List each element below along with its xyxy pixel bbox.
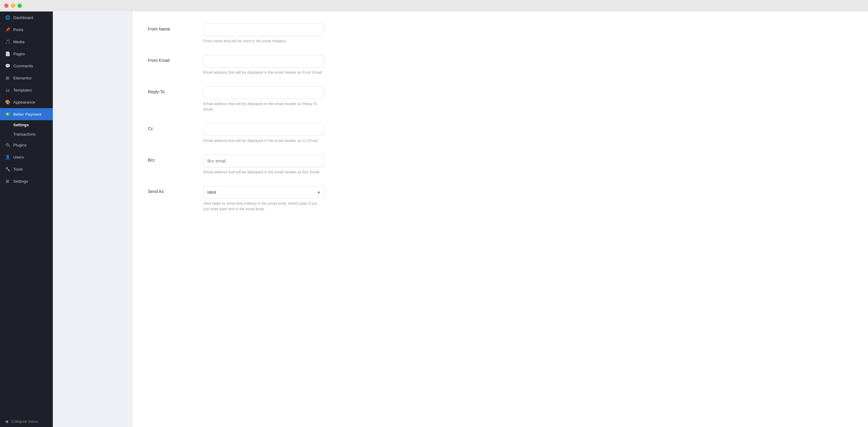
sidebar-item-tools[interactable]: 🔧 Tools	[0, 163, 53, 175]
sidebar-sub-item-transactions[interactable]: Transactions	[0, 129, 53, 139]
app-layout: 🌐 Dashboard 📌 Posts 🎵 Media 📄 Pages 💬 Co…	[0, 11, 868, 427]
sidebar-item-label: Appearance	[13, 100, 35, 104]
sidebar-item-dashboard[interactable]: 🌐 Dashboard	[0, 11, 53, 24]
cc-hint: Email address that will be displayed in …	[204, 138, 324, 144]
sidebar-item-label: Tools	[13, 167, 23, 172]
from-name-input[interactable]	[204, 24, 324, 36]
content-area: From Name From name that will be used in…	[53, 11, 868, 427]
posts-icon: 📌	[5, 27, 10, 32]
send-as-hint: Html helps to send html markup in the em…	[204, 201, 324, 212]
appearance-icon: 🎨	[5, 99, 10, 105]
sidebar-item-better-payment[interactable]: 💵 Better Payment	[0, 108, 53, 120]
sidebar-item-label: Media	[13, 39, 25, 44]
from-email-hint: Email address that will be displayed in …	[204, 70, 324, 75]
sidebar-item-label: Templates	[13, 88, 32, 92]
send-as-wrap: Html Plain Html helps to send html marku…	[204, 186, 324, 212]
sidebar-item-comments[interactable]: 💬 Comments	[0, 60, 53, 72]
cc-input[interactable]	[204, 123, 324, 136]
sidebar-item-pages[interactable]: 📄 Pages	[0, 48, 53, 60]
titlebar	[0, 0, 868, 11]
templates-icon: 🗂	[5, 87, 10, 93]
left-panel	[53, 11, 133, 427]
main-content: From Name From name that will be used in…	[133, 11, 868, 427]
close-button[interactable]	[4, 4, 8, 8]
reply-to-label: Reply-To	[148, 86, 196, 94]
form-row-bcc: Bcc Email address that will be displayed…	[148, 155, 853, 175]
reply-to-input[interactable]	[204, 86, 324, 99]
reply-to-hint: Email address that will be displayed in …	[204, 101, 324, 113]
from-email-input[interactable]	[204, 55, 324, 68]
sidebar-sub-item-settings[interactable]: Settings	[0, 120, 53, 129]
users-icon: 👤	[5, 154, 10, 160]
reply-to-wrap: Email address that will be displayed in …	[204, 86, 324, 113]
collapse-menu[interactable]: ◀ Collapse menu	[0, 416, 53, 427]
sidebar-item-elementor[interactable]: ⊞ Elementor	[0, 72, 53, 84]
tools-icon: 🔧	[5, 166, 10, 172]
sidebar-item-users[interactable]: 👤 Users	[0, 151, 53, 163]
dashboard-icon: 🌐	[5, 15, 10, 20]
sidebar-item-label: Comments	[13, 64, 33, 68]
sidebar-item-label: Settings	[13, 179, 28, 184]
sidebar-item-label: Posts	[13, 28, 24, 32]
from-email-wrap: Email address that will be displayed in …	[204, 55, 324, 75]
send-as-select[interactable]: Html Plain	[204, 186, 324, 199]
sidebar-item-label: Pages	[13, 52, 25, 56]
elementor-icon: ⊞	[5, 75, 10, 81]
form-row-cc: Cc Email address that will be displayed …	[148, 123, 853, 144]
sidebar-item-templates[interactable]: 🗂 Templates	[0, 84, 53, 96]
media-icon: 🎵	[5, 39, 10, 44]
sub-item-transactions-label: Transactions	[13, 132, 36, 136]
sidebar-item-settings-main[interactable]: ⊞ Settings	[0, 175, 53, 187]
chevron-left-icon: ◀	[5, 419, 8, 424]
sidebar-item-label: Plugins	[13, 143, 27, 147]
from-name-wrap: From name that will be used in the email…	[204, 24, 324, 44]
sidebar-item-posts[interactable]: 📌 Posts	[0, 24, 53, 36]
form-row-from-name: From Name From name that will be used in…	[148, 24, 853, 44]
bcc-input[interactable]	[204, 155, 324, 167]
pages-icon: 📄	[5, 51, 10, 57]
cc-wrap: Email address that will be displayed in …	[204, 123, 324, 144]
send-as-label: Send As	[148, 186, 196, 194]
sidebar-item-label: Dashboard	[13, 16, 33, 20]
sidebar-item-label: Better Payment	[13, 112, 41, 117]
sub-item-settings-label: Settings	[13, 123, 29, 127]
form-row-reply-to: Reply-To Email address that will be disp…	[148, 86, 853, 113]
better-payment-icon: 💵	[5, 112, 10, 117]
cc-label: Cc	[148, 123, 196, 131]
sidebar-item-appearance[interactable]: 🎨 Appearance	[0, 96, 53, 108]
bcc-wrap: Email address that will be displayed in …	[204, 155, 324, 175]
bcc-hint: Email address that will be displayed in …	[204, 170, 324, 175]
from-name-label: From Name	[148, 24, 196, 31]
minimize-button[interactable]	[11, 4, 15, 8]
comments-icon: 💬	[5, 63, 10, 68]
collapse-label: Collapse menu	[11, 419, 38, 424]
plugins-icon: 🔌	[5, 142, 10, 148]
maximize-button[interactable]	[18, 4, 22, 8]
bcc-label: Bcc	[148, 155, 196, 162]
from-email-label: From Email	[148, 55, 196, 63]
settings-icon: ⊞	[5, 179, 10, 184]
sidebar-item-plugins[interactable]: 🔌 Plugins	[0, 139, 53, 151]
sidebar: 🌐 Dashboard 📌 Posts 🎵 Media 📄 Pages 💬 Co…	[0, 11, 53, 427]
form-row-send-as: Send As Html Plain Html helps to send ht…	[148, 186, 853, 212]
send-as-select-wrap: Html Plain	[204, 186, 324, 199]
from-name-hint: From name that will be used in the email…	[204, 38, 324, 44]
sidebar-item-label: Elementor	[13, 76, 32, 80]
form-row-from-email: From Email Email address that will be di…	[148, 55, 853, 75]
sidebar-item-label: Users	[13, 155, 24, 159]
sidebar-item-media[interactable]: 🎵 Media	[0, 36, 53, 48]
